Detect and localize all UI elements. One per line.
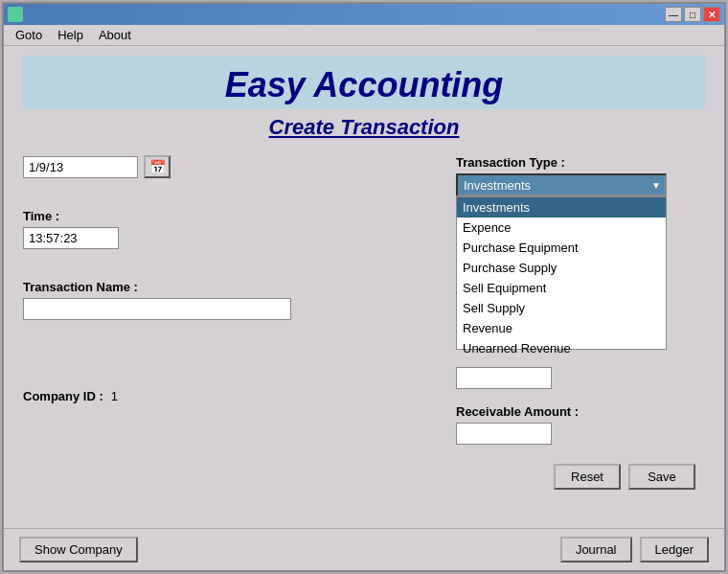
save-button[interactable]: Save [628, 464, 695, 490]
title-bar: — □ ✕ [4, 4, 724, 25]
bottom-right-buttons: Journal Ledger [560, 537, 709, 563]
dropdown-selected[interactable]: Investments ▼ [456, 173, 667, 196]
dropdown-item-unearned-revenue[interactable]: Unearned Revenue [457, 338, 666, 358]
amount-field-group [456, 367, 705, 389]
transaction-name-input[interactable] [23, 298, 291, 320]
form-area: 📅 Time : Transaction Name : [4, 146, 724, 528]
amount-input[interactable] [456, 367, 552, 389]
reset-button[interactable]: Reset [554, 464, 621, 490]
transaction-name-label: Transaction Name : [23, 280, 456, 294]
menu-bar: Goto Help About [4, 25, 724, 46]
calendar-button[interactable]: 📅 [144, 155, 171, 178]
dropdown-arrow-icon: ▼ [651, 180, 661, 191]
close-button[interactable]: ✕ [703, 7, 720, 22]
menu-help[interactable]: Help [50, 26, 91, 44]
receivable-amount-input[interactable] [456, 423, 552, 445]
journal-button[interactable]: Journal [560, 537, 632, 563]
company-id-label: Company ID : [23, 389, 103, 403]
minimize-button[interactable]: — [665, 7, 682, 22]
show-company-button[interactable]: Show Company [19, 537, 138, 563]
time-label: Time : [23, 209, 456, 223]
action-buttons-row: Reset Save [456, 464, 705, 490]
page-title: Create Transaction [4, 109, 724, 146]
maximize-button[interactable]: □ [684, 7, 701, 22]
bottom-bar: Show Company Journal Ledger [4, 528, 724, 570]
main-window: — □ ✕ Goto Help About Easy Accounting Cr… [2, 2, 726, 572]
dropdown-item-sell-equipment[interactable]: Sell Equipment [457, 278, 666, 298]
dropdown-item-investments[interactable]: Investments [457, 197, 666, 218]
dropdown-selected-text: Investments [464, 178, 531, 193]
transaction-name-field-group: Transaction Name : [23, 280, 456, 320]
dropdown-item-purchase-equipment[interactable]: Purchase Equipment [457, 238, 666, 258]
dropdown-item-expence[interactable]: Expence [457, 218, 666, 238]
receivable-amount-label: Receivable Amount : [456, 404, 705, 419]
window-controls: — □ ✕ [665, 7, 720, 22]
transaction-type-dropdown[interactable]: Investments ▼ Investments Expence Purcha… [456, 173, 705, 196]
menu-about[interactable]: About [91, 26, 139, 44]
app-title: Easy Accounting [23, 56, 705, 109]
main-content: Easy Accounting Create Transaction 📅 Tim… [4, 46, 724, 570]
dropdown-item-purchase-supply[interactable]: Purchase Supply [457, 258, 666, 278]
right-panel: Transaction Type : Investments ▼ Investm… [456, 155, 705, 518]
company-id-row: Company ID : 1 [23, 389, 456, 403]
ledger-button[interactable]: Ledger [640, 537, 709, 563]
menu-goto[interactable]: Goto [8, 26, 50, 44]
date-row: 📅 [23, 155, 456, 178]
receivable-amount-group: Receivable Amount : [456, 404, 705, 445]
time-input[interactable] [23, 227, 119, 249]
transaction-type-label: Transaction Type : [456, 155, 705, 170]
date-field-group: 📅 [23, 155, 456, 178]
transaction-type-group: Transaction Type : Investments ▼ Investm… [456, 155, 705, 196]
time-field-group: Time : [23, 209, 456, 249]
dropdown-item-revenue[interactable]: Revenue [457, 318, 666, 338]
left-panel: 📅 Time : Transaction Name : [23, 155, 456, 518]
dropdown-item-sell-supply[interactable]: Sell Supply [457, 298, 666, 318]
company-id-value: 1 [111, 389, 118, 403]
dropdown-list: Investments Expence Purchase Equipment P… [456, 196, 667, 350]
date-input[interactable] [23, 156, 138, 178]
app-icon [8, 7, 23, 22]
